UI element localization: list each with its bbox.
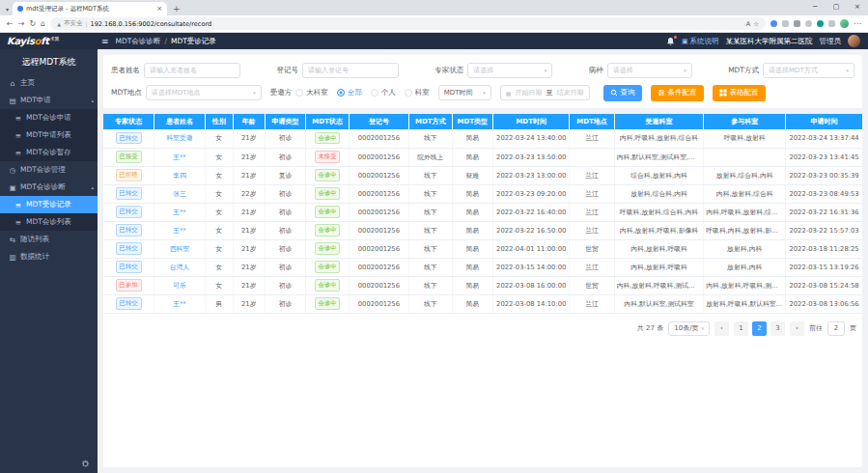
select-placeholder: 请选择 — [473, 66, 493, 75]
notification-bell-icon[interactable] — [666, 37, 675, 46]
radio-scope-dept[interactable]: 科室 — [405, 88, 430, 97]
table-body: 已转交科室受邀女21岁初诊会诊中0002001256线下简易2022-03-24… — [103, 129, 862, 313]
window-maximize-button[interactable]: ▢ — [826, 0, 847, 14]
cell-reg_no: 0002001256 — [349, 148, 408, 166]
cell-joined_depts: 呼吸科,内科,放射科,影像科 — [704, 221, 786, 239]
next-page-button[interactable]: › — [790, 321, 804, 336]
cell-reg_no: 0002001256 — [349, 203, 408, 221]
table-row: 已转交王**女21岁初诊会诊中0002001256线下简易2022-03-22 … — [103, 203, 862, 221]
cell-apply_type: 初诊 — [265, 239, 305, 258]
extension-icon[interactable] — [805, 20, 812, 27]
tab-favicon — [17, 6, 23, 12]
date-range-picker[interactable]: ▦ 开始日期 至 结束日期 — [500, 85, 590, 100]
sidebar-item-home[interactable]: ⌂ 主页 — [0, 74, 98, 92]
cell-mdt_type: 简易 — [452, 294, 492, 313]
sidebar-item-mdt-apply-list[interactable]: ≡ MDT申请列表 — [0, 126, 98, 144]
window-controls: ─ ▢ × — [804, 0, 868, 14]
patient-name-link[interactable]: 张三 — [173, 190, 186, 198]
back-icon[interactable]: ← — [7, 19, 14, 28]
patient-name-link[interactable]: 李四 — [173, 172, 186, 180]
status-tag: 已参加 — [116, 279, 142, 291]
browser-menu-icon[interactable]: ⋯ — [854, 19, 861, 28]
patient-name-link[interactable]: 西科室 — [170, 245, 189, 253]
pagination-pages: 123 — [734, 321, 785, 336]
table-config-button[interactable]: 表格配置 — [713, 85, 766, 101]
browser-tab[interactable]: mdt受理记录 - 远程MDT系统 × — [13, 2, 167, 15]
read-aloud-icon[interactable]: A — [746, 20, 750, 28]
extension-icon[interactable] — [794, 20, 800, 27]
page-button-1[interactable]: 1 — [734, 321, 748, 336]
cell-mdt_status: 会诊中 — [306, 221, 350, 239]
reload-icon[interactable]: ↻ — [29, 19, 36, 28]
patient-name-link[interactable]: 科室受邀 — [166, 134, 192, 142]
cell-mdt_time: 2022-03-23 13:00:00 — [493, 166, 570, 184]
sidebar-item-label: MDT会诊列表 — [26, 217, 71, 227]
sidebar-item-mdt-apply[interactable]: ▤ MDT申请 ▴ — [0, 92, 98, 109]
forward-icon[interactable]: → — [18, 19, 25, 28]
security-label[interactable]: 不安全 — [64, 19, 83, 28]
window-minimize-button[interactable]: ─ — [804, 0, 826, 14]
sidebar-item-mdt-consult-apply[interactable]: ≡ MDT会诊申请 — [0, 109, 98, 126]
patient-name-link[interactable]: 可乐 — [173, 282, 186, 290]
patient-name-link[interactable]: 王** — [173, 209, 186, 216]
reg-no-input[interactable] — [302, 63, 399, 78]
radio-big-dept[interactable]: 大科室 — [295, 88, 328, 97]
mdt-place-select[interactable]: 请选择MDT地点 ▾ — [146, 85, 262, 100]
expert-status-select[interactable]: 请选择 ▾ — [467, 63, 552, 78]
sidebar-item-mdt-consult-list[interactable]: ≡ MDT会诊列表 — [0, 213, 98, 231]
tab-close-icon[interactable]: × — [156, 5, 162, 13]
sidebar-item-mdt-consult-draft[interactable]: ≡ MDT会诊暂存 — [0, 144, 98, 161]
page-size-select[interactable]: 10条/页 ▾ — [668, 321, 710, 336]
grid-icon — [719, 89, 727, 97]
patient-name-link[interactable]: 王** — [173, 300, 186, 308]
page-button-2[interactable]: 2 — [752, 321, 767, 336]
extension-icon[interactable] — [828, 20, 835, 27]
condition-config-button[interactable]: 条件配置 — [651, 85, 704, 101]
patient-name-link[interactable]: 台湾人 — [170, 264, 189, 271]
disease-select[interactable]: 请选择 ▾ — [607, 63, 692, 78]
search-button[interactable]: 查询 — [603, 85, 642, 101]
extension-icon[interactable] — [817, 20, 824, 27]
status-tag: 会诊中 — [315, 169, 341, 181]
system-help-link[interactable]: ▣ 系统说明 — [682, 37, 719, 46]
clock-icon: ◷ — [9, 166, 16, 175]
status-tag: 已转交 — [116, 206, 142, 217]
cell-mdt_time: 2022-03-08 14:10:00 — [493, 294, 570, 313]
screen: ▾ mdt受理记录 - 远程MDT系统 × + ─ ▢ × ← → ↻ ⌂ ▲ … — [0, 0, 868, 473]
table-config-label: 表格配置 — [730, 88, 759, 97]
sidebar-item-mdt-diagnosis[interactable]: ▣ MDT会诊诊断 ▴ — [0, 179, 98, 196]
prev-page-button[interactable]: ‹ — [714, 321, 729, 336]
select-value: MDT时间 — [444, 88, 473, 97]
sidebar-item-statistics[interactable]: ▥ 数据统计 — [0, 248, 98, 265]
settings-gear-icon[interactable] — [81, 459, 90, 468]
table-row: 已拒绝李四女21岁复诊会诊中0002001256线下疑难2022-03-23 1… — [103, 166, 862, 184]
home-icon[interactable]: ⌂ — [41, 19, 45, 28]
cell-mdt_mode: 线下 — [408, 166, 452, 184]
tab-search-icon[interactable]: ▾ — [6, 6, 9, 13]
radio-scope-personal[interactable]: 个人 — [371, 88, 396, 97]
extension-icon[interactable] — [782, 20, 789, 27]
sidebar-item-followup-list[interactable]: ⇆ 随访列表 — [0, 231, 98, 248]
browser-profile-avatar[interactable] — [840, 19, 849, 28]
sidebar-item-mdt-record[interactable]: ≡ MDT受诊记录 — [0, 196, 98, 213]
patient-name-link[interactable]: 王** — [173, 153, 186, 161]
column-header-apply_time: 申请时间 — [786, 114, 862, 129]
window-close-button[interactable]: × — [847, 0, 868, 14]
patient-name-input[interactable] — [144, 63, 240, 78]
address-bar[interactable]: ▲ 不安全 | 192.168.0.156:9002/consultate/re… — [50, 17, 766, 30]
mdt-mode-select[interactable]: 请选择MDT方式 ▾ — [763, 63, 854, 78]
new-tab-button[interactable]: + — [173, 4, 181, 14]
sidebar-collapse-icon[interactable]: ≡ — [101, 37, 109, 46]
sidebar-item-mdt-consult-manage[interactable]: ◷ MDT会诊管理 — [0, 161, 98, 179]
extension-icon[interactable] — [770, 20, 777, 27]
favorite-star-icon[interactable]: ☆ — [753, 20, 759, 28]
mdt-time-select[interactable]: MDT时间 ▾ — [438, 85, 491, 100]
radio-scope-all[interactable]: 全部 — [337, 88, 362, 97]
breadcrumb-parent[interactable]: MDT会诊诊断 — [116, 37, 161, 46]
user-avatar[interactable] — [848, 35, 860, 47]
goto-page-input[interactable] — [827, 321, 845, 336]
page-button-3[interactable]: 3 — [770, 321, 785, 336]
status-tag: 已转交 — [116, 297, 142, 309]
patient-name-link[interactable]: 王** — [173, 227, 186, 235]
cell-age: 21岁 — [233, 239, 265, 258]
